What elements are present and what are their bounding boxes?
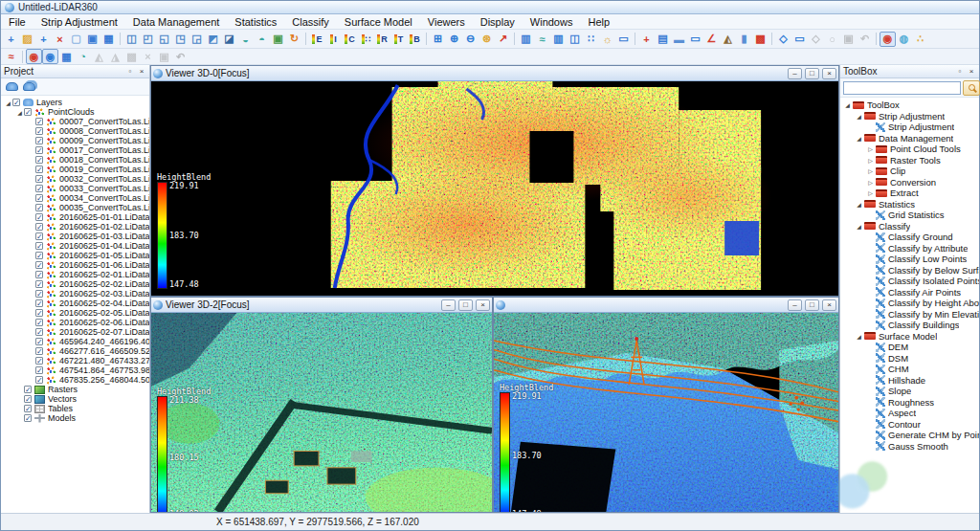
- layer-visibility-checkbox[interactable]: ✓: [35, 290, 43, 298]
- viewer1-canvas[interactable]: HeightBlend 219.91 183.70 147.48: [494, 313, 838, 512]
- add-layer-stack-icon[interactable]: [23, 82, 35, 91]
- menu-file[interactable]: File: [1, 15, 33, 29]
- layer-visibility-checkbox[interactable]: ✓: [35, 156, 43, 164]
- split-viewer-button[interactable]: ◫: [567, 32, 583, 47]
- project-tree-item[interactable]: ✓20160625-02-07.LiData: [1, 327, 149, 337]
- measure-angle-button[interactable]: ∠: [703, 32, 720, 47]
- project-close-icon[interactable]: ×: [137, 67, 146, 76]
- tree-expander-icon[interactable]: ▷: [866, 189, 875, 196]
- project-tree-item[interactable]: ✓00007_ConvertToLas.LiData: [1, 117, 149, 126]
- terrain-smooth-button[interactable]: ◮: [107, 49, 123, 64]
- layer-visibility-checkbox[interactable]: ✓: [35, 118, 43, 125]
- menu-surface-model[interactable]: Surface Model: [337, 15, 420, 29]
- toolbox-tree-item[interactable]: Strip Adjustment: [840, 122, 979, 133]
- toolbox-tree-item[interactable]: Classify Air Points: [840, 287, 979, 299]
- toolbox-search-input[interactable]: [843, 81, 961, 95]
- render-settings-button[interactable]: ☼: [599, 32, 615, 47]
- select-polygon-button[interactable]: ◇: [775, 32, 791, 47]
- layer-visibility-checkbox[interactable]: ✓: [35, 299, 43, 307]
- toolbox-tree-item[interactable]: ◢Classify: [840, 221, 979, 232]
- menu-viewers[interactable]: Viewers: [420, 15, 473, 29]
- toolbox-tree-item[interactable]: ▷Conversion: [840, 177, 979, 188]
- project-tree-item[interactable]: ✓20160625-01-05.LiData: [1, 251, 149, 260]
- viewer2-maximize-button[interactable]: □: [458, 299, 473, 311]
- rotate-view-button[interactable]: ↻: [286, 32, 302, 47]
- layer-visibility-checkbox[interactable]: ✓: [24, 108, 32, 116]
- menu-strip-adjustment[interactable]: Strip Adjustment: [33, 15, 125, 29]
- project-tree-item[interactable]: ✓465964.240_466196.408.LiData: [1, 337, 149, 346]
- zoom-in-button[interactable]: ⊕: [446, 32, 462, 47]
- project-float-icon[interactable]: ▫: [125, 67, 135, 76]
- toolbox-tree-item[interactable]: Classify by Below Surface: [840, 265, 979, 277]
- project-tree-item[interactable]: ✓20160625-02-04.LiData: [1, 299, 149, 308]
- layer-visibility-checkbox[interactable]: ✓: [35, 223, 43, 231]
- toolbox-close-icon[interactable]: ×: [967, 67, 976, 76]
- perspective-view-button[interactable]: ◓: [254, 32, 270, 47]
- layer-visibility-checkbox[interactable]: ✓: [35, 137, 43, 144]
- project-tree-item[interactable]: ✓20160625-02-05.LiData: [1, 308, 149, 318]
- tree-expander-icon[interactable]: ▷: [866, 157, 875, 164]
- toolbox-tree-item[interactable]: ◢Statistics: [840, 199, 979, 210]
- tree-expander-icon[interactable]: ▷: [866, 145, 875, 152]
- save-button[interactable]: ▣: [84, 32, 100, 47]
- layer-visibility-checkbox[interactable]: ✓: [35, 309, 43, 317]
- new-3d-viewer-button[interactable]: ▥: [518, 32, 534, 47]
- project-tree-item[interactable]: ✓00033_ConvertToLas.LiData: [1, 184, 149, 193]
- display-by-elevation-button[interactable]: E: [309, 32, 325, 47]
- cross-selection-button[interactable]: ◉: [880, 32, 896, 47]
- toolbox-tree-item[interactable]: Gauss Smooth: [840, 441, 979, 453]
- project-tree-item[interactable]: ✓Models: [1, 413, 149, 423]
- layer-visibility-checkbox[interactable]: ✓: [35, 204, 43, 211]
- measure-distance-button[interactable]: ▬: [671, 32, 687, 47]
- project-tree-item[interactable]: ✓00009_ConvertToLas.LiData: [1, 136, 149, 145]
- project-tree-item[interactable]: ✓Rasters: [1, 385, 149, 394]
- toolbox-tree-item[interactable]: Slope: [840, 386, 979, 397]
- toolbox-tree-item[interactable]: ◢Data Management: [840, 133, 979, 144]
- display-by-time-button[interactable]: T: [390, 32, 407, 47]
- layer-visibility-checkbox[interactable]: ✓: [35, 166, 43, 173]
- layer-visibility-checkbox[interactable]: ✓: [35, 232, 43, 240]
- toolbox-tree-item[interactable]: CHM: [840, 364, 979, 375]
- viewer0-close-button[interactable]: ×: [822, 68, 836, 79]
- viewer2-canvas[interactable]: HeightBlend 211.38 180.15 148.92: [151, 313, 492, 512]
- project-tree-item[interactable]: ✓00035_ConvertToLas.LiData: [1, 203, 149, 212]
- project-tree-item[interactable]: ✓20160625-01-02.LiData: [1, 222, 149, 232]
- layer-visibility-checkbox[interactable]: ✓: [35, 319, 43, 326]
- layer-visibility-checkbox[interactable]: ✓: [35, 175, 43, 183]
- view-bottom-button[interactable]: ◰: [140, 32, 156, 47]
- display-by-class-button[interactable]: C: [342, 32, 358, 47]
- project-tree-item[interactable]: ◢✓Layers: [1, 98, 149, 107]
- project-tree-item[interactable]: ✓Vectors: [1, 394, 149, 404]
- toolbox-tree-item[interactable]: Classify by Attribute: [840, 243, 979, 254]
- remove-data-button[interactable]: ×: [52, 32, 68, 47]
- project-tree-item[interactable]: ✓20160625-02-03.LiData: [1, 289, 149, 299]
- tree-expander-icon[interactable]: ◢: [4, 100, 12, 106]
- layer-visibility-checkbox[interactable]: ✓: [35, 242, 43, 250]
- layer-visibility-checkbox[interactable]: ✓: [35, 252, 43, 259]
- toolbox-tree-item[interactable]: ▷Clip: [840, 166, 979, 177]
- zoom-out-button[interactable]: ⊖: [462, 32, 479, 47]
- project-tree-item[interactable]: ✓20160625-01-04.LiData: [1, 241, 149, 251]
- select-lasso-button[interactable]: ◇: [808, 32, 824, 47]
- toolbox-tree-item[interactable]: Classify Buildings: [840, 320, 979, 331]
- scatter-selection-button[interactable]: ∴: [912, 32, 928, 47]
- display-by-intensity-button[interactable]: I: [325, 32, 342, 47]
- project-tree-item[interactable]: ◢✓PointClouds: [1, 107, 149, 117]
- viewer-display-button[interactable]: ▥: [550, 32, 567, 47]
- save-edit-button[interactable]: ▣: [156, 49, 172, 64]
- point-render-button[interactable]: ∷: [583, 32, 599, 47]
- undo-edit-button[interactable]: ↶: [172, 49, 189, 64]
- toolbox-tree-item[interactable]: Roughness: [840, 397, 979, 409]
- layer-visibility-checkbox[interactable]: ✓: [35, 213, 43, 221]
- pick-point-button[interactable]: +: [638, 32, 655, 47]
- toolbox-tree-item[interactable]: DSM: [840, 353, 979, 365]
- viewer0-maximize-button[interactable]: □: [805, 68, 819, 79]
- project-tree-item[interactable]: ✓00018_ConvertToLas.LiData: [1, 155, 149, 165]
- menu-statistics[interactable]: Statistics: [227, 15, 284, 29]
- toolbox-search-button[interactable]: [963, 80, 980, 96]
- toolbox-tree-item[interactable]: Classify by Min Elevation: [840, 309, 979, 321]
- zoom-extent-button[interactable]: ⊞: [430, 32, 446, 47]
- grid-edit-button[interactable]: ▩: [123, 49, 140, 64]
- capture-image-button[interactable]: ▣: [270, 32, 286, 47]
- project-tree-item[interactable]: ✓466277.616_466509.528.LiData: [1, 346, 149, 356]
